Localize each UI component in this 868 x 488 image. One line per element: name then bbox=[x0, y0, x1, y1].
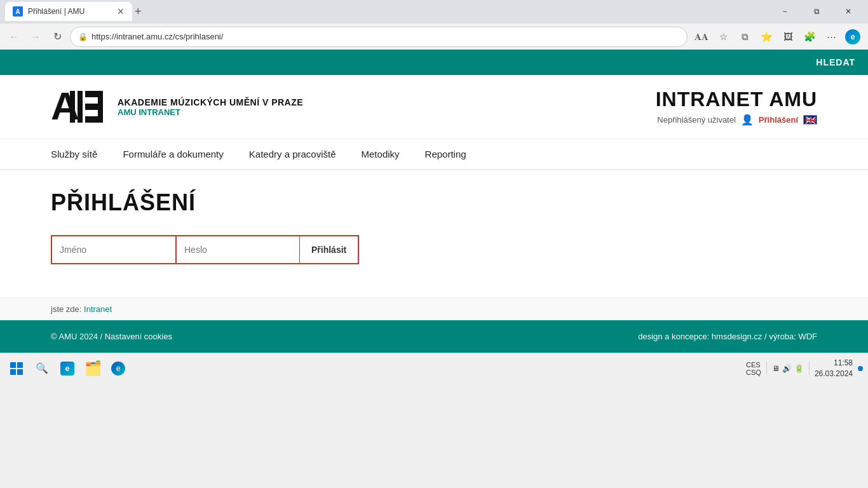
site-footer: © AMU 2024 / Nastavení cookies design a … bbox=[0, 320, 868, 353]
user-status: Nepřihlášený uživatel bbox=[657, 115, 736, 125]
logo-text-area: AKADEMIE MÚZICKÝCH UMĚNÍ V PRAZE AMU INT… bbox=[118, 97, 303, 117]
windows-logo-icon bbox=[10, 362, 23, 375]
login-form: Přihlásit bbox=[51, 235, 359, 264]
display-icon: 🖥 bbox=[772, 364, 780, 373]
password-input[interactable] bbox=[176, 236, 300, 263]
folder-icon: 🗂️ bbox=[85, 360, 102, 377]
nav-item-sluzby[interactable]: Služby sítě bbox=[51, 139, 97, 169]
add-favorites-icon[interactable]: ⭐ bbox=[756, 27, 776, 47]
minimize-button[interactable]: − bbox=[770, 2, 799, 21]
clock-time: 11:58 bbox=[815, 358, 853, 369]
nav-item-reporting[interactable]: Reporting bbox=[425, 139, 466, 169]
intranet-title: INTRANET AMU bbox=[656, 88, 817, 111]
breadcrumb-link[interactable]: Intranet bbox=[84, 304, 112, 314]
taskbar-edge-icon[interactable]: e bbox=[107, 357, 130, 380]
notification-badge bbox=[858, 366, 863, 371]
taskbar-separator bbox=[766, 362, 767, 375]
clock-date: 26.03.2024 bbox=[815, 369, 853, 379]
taskbar-browser-icon[interactable]: e bbox=[56, 357, 79, 380]
site-header: A AKADEMIE MÚZICKÝCH UMĚNÍ V PRAZE AMU I… bbox=[0, 75, 868, 139]
nav-item-formulare[interactable]: Formuláře a dokumenty bbox=[123, 139, 223, 169]
nav-item-metodiky[interactable]: Metodiky bbox=[362, 139, 400, 169]
browser-toolbar: ← → ↻ 🔒 https://intranet.amu.cz/cs/prihl… bbox=[0, 23, 868, 50]
breadcrumb-prefix: jste zde: bbox=[51, 304, 81, 314]
top-bar: HLEDAT bbox=[0, 50, 868, 75]
svg-rect-6 bbox=[98, 91, 103, 123]
address-text: https://intranet.amu.cz/cs/prihlaseni/ bbox=[92, 32, 679, 41]
nav-item-katedry[interactable]: Katedry a pracoviště bbox=[249, 139, 336, 169]
footer-credits: design a koncepce: hmsdesign.cz / výroba… bbox=[638, 332, 817, 341]
taskbar-search-icon[interactable]: 🔍 bbox=[31, 357, 53, 380]
taskbar-right: CES CSQ 🖥 🔊 🔋 11:58 26.03.2024 bbox=[746, 358, 863, 379]
taskbar-system-icons: 🖥 🔊 🔋 bbox=[772, 364, 804, 373]
logo-title: AKADEMIE MÚZICKÝCH UMĚNÍ V PRAZE bbox=[118, 97, 303, 107]
edge-profile-icon[interactable]: e bbox=[843, 27, 863, 47]
close-button[interactable]: ✕ bbox=[834, 2, 863, 21]
breadcrumb: jste zde: Intranet bbox=[0, 297, 868, 320]
extensions-icon[interactable]: 🧩 bbox=[799, 27, 820, 47]
forward-button[interactable]: → bbox=[27, 28, 44, 46]
tab-title: Přihlášení | AMU bbox=[28, 7, 112, 16]
taskbar-file-explorer-icon[interactable]: 🗂️ bbox=[81, 357, 104, 380]
split-view-icon[interactable]: ⧉ bbox=[735, 27, 755, 47]
more-menu-icon[interactable]: ⋯ bbox=[821, 27, 841, 47]
logo-subtitle: AMU INTRANET bbox=[118, 107, 303, 117]
site-navigation: Služby sítě Formuláře a dokumenty Katedr… bbox=[0, 139, 868, 170]
refresh-button[interactable]: ↻ bbox=[48, 28, 66, 46]
taskbar-clock[interactable]: 11:58 26.03.2024 bbox=[815, 358, 853, 379]
user-icon: 👤 bbox=[741, 114, 754, 126]
tab-close-button[interactable]: ✕ bbox=[117, 6, 125, 17]
svg-text:A: A bbox=[51, 85, 79, 128]
window-controls: − ⧉ ✕ bbox=[770, 2, 863, 21]
language-flag-icon[interactable] bbox=[803, 115, 817, 125]
language-indicator: CES CSQ bbox=[746, 361, 761, 376]
login-button[interactable]: Přihlásit bbox=[300, 236, 358, 263]
windows-taskbar: 🔍 e 🗂️ e CES CSQ 🖥 🔊 🔋 11:58 26.03.2024 bbox=[0, 353, 868, 383]
battery-icon: 🔋 bbox=[794, 364, 804, 373]
collections-icon[interactable]: 🖼 bbox=[778, 27, 798, 47]
back-button[interactable]: ← bbox=[5, 28, 23, 46]
logo-area: A AKADEMIE MÚZICKÝCH UMĚNÍ V PRAZE AMU I… bbox=[51, 85, 303, 129]
address-bar[interactable]: 🔒 https://intranet.amu.cz/cs/prihlaseni/ bbox=[70, 27, 688, 47]
login-link[interactable]: Přihlášení bbox=[759, 115, 798, 125]
start-button[interactable] bbox=[5, 357, 28, 380]
browser-chrome: A Přihlášení | AMU ✕ + − ⧉ ✕ ← → ↻ 🔒 htt… bbox=[0, 0, 868, 50]
maximize-button[interactable]: ⧉ bbox=[802, 2, 831, 21]
new-tab-button[interactable]: + bbox=[135, 5, 142, 18]
nav-list: Služby sítě Formuláře a dokumenty Katedr… bbox=[51, 139, 817, 169]
edge-brand-icon: e bbox=[845, 29, 860, 44]
search-label[interactable]: HLEDAT bbox=[816, 57, 855, 67]
volume-icon: 🔊 bbox=[782, 364, 792, 373]
taskbar-sys-tray: CES CSQ bbox=[746, 361, 761, 376]
user-info: Nepřihlášený uživatel 👤 Přihlášení bbox=[656, 114, 817, 126]
header-right: INTRANET AMU Nepřihlášený uživatel 👤 Při… bbox=[656, 88, 817, 126]
footer-copyright[interactable]: © AMU 2024 / Nastavení cookies bbox=[51, 332, 172, 341]
page-title: PŘIHLÁŠENÍ bbox=[51, 189, 817, 216]
svg-rect-2 bbox=[78, 91, 83, 123]
lock-icon: 🔒 bbox=[78, 32, 88, 41]
tab-favicon: A bbox=[13, 6, 23, 17]
read-aloud-icon[interactable]: 𝐀𝐀 bbox=[691, 27, 712, 47]
svg-rect-1 bbox=[70, 91, 75, 123]
website: HLEDAT A AKADEMIE MÚZICKÝCH UMĚNÍ V PRAZ… bbox=[0, 50, 868, 353]
favorites-icon[interactable]: ☆ bbox=[713, 27, 733, 47]
browser-titlebar: A Přihlášení | AMU ✕ + − ⧉ ✕ bbox=[0, 0, 868, 23]
amu-logo: A bbox=[51, 85, 108, 129]
username-input[interactable] bbox=[52, 236, 176, 263]
toolbar-actions: 𝐀𝐀 ☆ ⧉ ⭐ 🖼 🧩 ⋯ e bbox=[691, 27, 863, 47]
browser-tab[interactable]: A Přihlášení | AMU ✕ bbox=[5, 2, 132, 21]
taskbar-separator2 bbox=[809, 362, 810, 375]
main-content: PŘIHLÁŠENÍ Přihlásit bbox=[0, 170, 868, 297]
notification-icon[interactable] bbox=[858, 366, 863, 371]
